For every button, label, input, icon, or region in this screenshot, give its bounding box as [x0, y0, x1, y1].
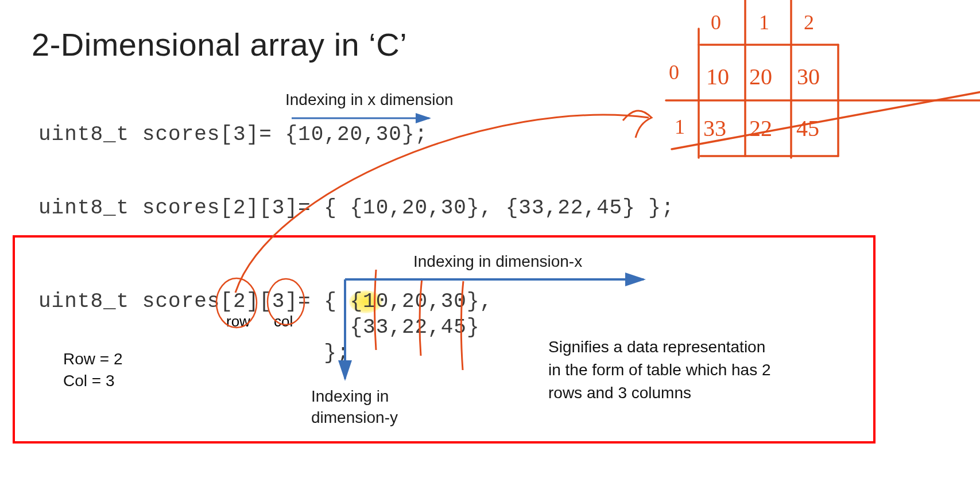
hand-cell-0-1: 20 [749, 63, 772, 90]
label-indexing-y-l2: dimension-y [311, 409, 398, 427]
hand-cell-1-0: 33 [703, 115, 726, 142]
signify-l1: Signifies a data representation [548, 336, 765, 359]
hand-row-header-0: 0 [669, 60, 679, 84]
hand-col-header-0: 0 [711, 10, 721, 34]
hand-cell-0-0: 10 [706, 63, 729, 90]
curve-arrow-icon [218, 86, 666, 304]
hand-row-header-1: 1 [675, 115, 685, 139]
col-count: Col = 3 [63, 372, 115, 390]
hand-cell-0-2: 30 [797, 63, 820, 90]
signify-l2: in the form of table which has 2 [548, 359, 771, 382]
page-title: 2-Dimensional array in ‘C’ [32, 26, 407, 63]
hand-table: 0 1 2 0 1 10 20 30 33 22 45 [660, 0, 901, 201]
hand-cell-1-2: 45 [796, 115, 819, 142]
hand-col-header-2: 2 [804, 10, 814, 34]
hand-cell-1-1: 22 [749, 115, 772, 142]
label-indexing-y-l1: Indexing in [311, 387, 389, 406]
signify-l3: rows and 3 columns [548, 382, 691, 405]
row-count: Row = 2 [63, 350, 123, 368]
hand-table-grid-icon [660, 0, 980, 201]
hand-col-header-1: 1 [759, 10, 769, 34]
